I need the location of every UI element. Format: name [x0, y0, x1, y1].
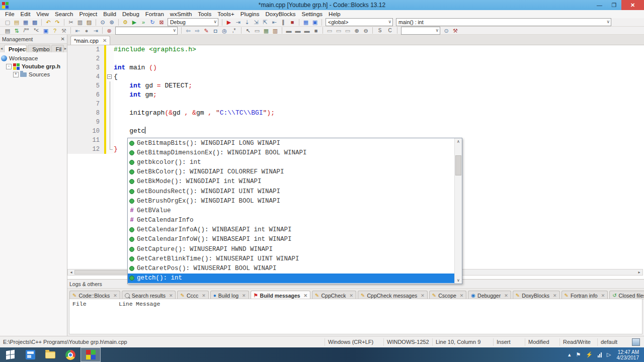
autocomplete-item-getbkmode[interactable]: GetBkMode(): WINGDIAPI int WINAPI	[128, 177, 454, 187]
chevron-down-icon[interactable]: ∨	[213, 19, 217, 24]
close-icon[interactable]: ✕	[304, 293, 308, 298]
wxsmith-book-button[interactable]: ▥	[271, 27, 279, 34]
action-center-icon[interactable]: ⚑	[576, 351, 581, 358]
autocomplete-item-getch[interactable]: getch(): int	[128, 274, 454, 283]
autocomplete-item-getcalendarinfow[interactable]: GetCalendarInfoW(): WINBASEAPI int WINAP…	[128, 235, 454, 244]
chevron-down-icon[interactable]: ∨	[435, 28, 439, 33]
code-line[interactable]: 4−{	[67, 72, 644, 81]
autocomplete-item-getcaretpos[interactable]: GetCaretPos(): WINUSERAPI BOOL WINAPI	[128, 263, 454, 273]
code-line[interactable]: 7	[67, 100, 644, 109]
chevron-down-icon[interactable]: ∨	[606, 19, 610, 24]
wxsmith-frame-button[interactable]: ▭	[253, 27, 261, 34]
cut-button[interactable]: ✂	[67, 19, 75, 26]
autocomplete-item-getcaretblinktime[interactable]: GetCaretBlinkTime(): WINUSERAPI UINT WIN…	[128, 254, 454, 263]
autocomplete-item-getbitmapbits[interactable]: GetBitmapBits(): WINGDIAPI LONG WINAPI	[128, 138, 454, 148]
debugging-windows-button[interactable]: ▦	[302, 19, 310, 26]
stream-comment-button[interactable]: ▭	[344, 27, 352, 34]
toolbar-button-c[interactable]: C	[386, 27, 394, 34]
autocomplete-scrollbar[interactable]: ∧ ∨	[454, 138, 462, 284]
close-icon[interactable]: ✕	[113, 293, 117, 298]
abort-build-button[interactable]: ⊠	[157, 19, 166, 26]
hscroll-left-icon[interactable]: ◂	[68, 270, 74, 275]
wxsmith-image-button[interactable]: ▦	[262, 27, 270, 34]
menu-item-wxsmith[interactable]: wxSmith	[167, 11, 195, 17]
code-statistics-button[interactable]: ▤	[4, 27, 12, 34]
incremental-search-input[interactable]: ∨	[115, 27, 178, 35]
close-icon[interactable]: ✕	[460, 293, 464, 298]
library-settings-button[interactable]: ◘	[211, 27, 219, 34]
code-line[interactable]: 5 int gd = DETECT;	[67, 81, 644, 90]
build-target-select[interactable]: Debug∨	[168, 18, 218, 26]
close-icon[interactable]: ✕	[504, 293, 508, 298]
jump-point-button[interactable]: ●	[83, 27, 91, 34]
replace-button[interactable]: ⊛	[108, 19, 116, 26]
close-icon[interactable]: ✕	[202, 293, 206, 298]
code-line[interactable]: 8 initgraph(&gd , &gm , "C:\\TC\\BGI");	[67, 109, 644, 118]
debug-info-button[interactable]: ▣	[311, 19, 319, 26]
code-line[interactable]: 9	[67, 118, 644, 127]
network-icon[interactable]	[598, 352, 602, 357]
menu-item-fortran[interactable]: Fortran	[142, 11, 167, 17]
nav-forward-button[interactable]: ⇨	[193, 27, 201, 34]
tree-expander-icon[interactable]: +	[13, 72, 19, 77]
menu-item-help[interactable]: Help	[326, 11, 344, 17]
code-line[interactable]: 1#include <graphics.h>	[67, 45, 644, 54]
code-line[interactable]: 2	[67, 54, 644, 63]
menu-item-doxyblocks[interactable]: DoxyBlocks	[262, 11, 298, 17]
build-button[interactable]: ⚙	[121, 19, 129, 26]
save-all-button[interactable]: ▩	[31, 19, 39, 26]
toolbar-button-s[interactable]: S	[376, 27, 384, 34]
hidden-icons-icon[interactable]: ▴	[568, 351, 571, 358]
hscroll-right-icon[interactable]: ▸	[636, 270, 642, 275]
autocomplete-item-getboundsrect[interactable]: GetBoundsRect(): WINGDIAPI UINT WINAPI	[128, 187, 454, 196]
code-line[interactable]: 3int main ()	[67, 63, 644, 72]
restore-button[interactable]: ❐	[607, 0, 621, 10]
align-right-button[interactable]: ▬	[303, 27, 311, 34]
management-close-icon[interactable]: ✕	[61, 36, 65, 42]
code-line[interactable]: 6 int gm;	[67, 90, 644, 100]
autocomplete-item-getbkcolor[interactable]: getbkcolor(): int	[128, 157, 454, 167]
tree-item-sources[interactable]: +Sources	[0, 70, 67, 78]
menu-item-debug[interactable]: Debug	[119, 11, 142, 17]
taskbar-app-metro[interactable]	[20, 347, 40, 362]
new-file-button[interactable]: ▢	[4, 19, 12, 26]
scroll-up-icon[interactable]: ∧	[457, 138, 460, 145]
build-and-run-button[interactable]: »	[139, 19, 147, 26]
symbol-browser-button[interactable]: ◎	[220, 27, 228, 34]
step-out-button[interactable]: ⇱	[261, 19, 269, 26]
help-button[interactable]: ?	[51, 27, 59, 34]
tabs-scroll-right-icon[interactable]: ▸	[64, 46, 67, 51]
taskbar-clock[interactable]: 12:47 AM4/23/2017	[617, 349, 639, 360]
menu-item-search[interactable]: Search	[52, 11, 76, 17]
close-icon[interactable]: ✕	[350, 293, 354, 298]
jump-forward-button[interactable]: ⇥	[92, 27, 100, 34]
close-icon[interactable]: ✕	[242, 293, 246, 298]
run-to-cursor-button[interactable]: ⇥	[234, 19, 242, 26]
start-button[interactable]	[0, 347, 20, 362]
incsearch-clear-button[interactable]: ⊗	[105, 27, 113, 34]
menu-item-project[interactable]: Project	[76, 11, 101, 17]
thread-search-options-button[interactable]: ⚒	[451, 27, 459, 34]
open-file-button[interactable]: ▤	[13, 19, 21, 26]
menu-item-build[interactable]: Build	[100, 11, 119, 17]
rebuild-button[interactable]: ↻	[148, 19, 156, 26]
volume-icon[interactable]: ◁	[607, 351, 611, 358]
menu-item-tools[interactable]: Tools+	[214, 11, 237, 17]
close-icon[interactable]: ✕	[169, 293, 173, 298]
editor-tab-main-cpp[interactable]: *main.cpp ✕	[70, 36, 110, 45]
autocomplete-item-getcapture[interactable]: GetCapture(): WINUSERAPI HWND WINAPI	[128, 244, 454, 254]
align-center-button[interactable]: ▬	[294, 27, 302, 34]
configure-tools-button[interactable]: ⚒	[60, 27, 68, 34]
align-left-button[interactable]: ▬	[285, 27, 293, 34]
close-icon[interactable]: ✕	[553, 293, 557, 298]
autocomplete-item-getbvalue[interactable]: #GetBValue	[128, 206, 454, 215]
redo-button[interactable]: ↷	[53, 19, 61, 26]
menu-item-settings[interactable]: Settings	[299, 11, 326, 17]
minimize-button[interactable]: —	[592, 0, 607, 10]
source-exporter-button[interactable]: ⇅	[13, 27, 21, 34]
autocomplete-item-getbrushorgex[interactable]: GetBrushOrgEx(): WINGDIAPI BOOL WINAPI	[128, 196, 454, 206]
thread-search-run-button[interactable]: ⊙	[442, 27, 450, 34]
step-into-button[interactable]: ⇲	[252, 19, 260, 26]
autocomplete-item-getbitmapdimensionex[interactable]: GetBitmapDimensionEx(): WINGDIAPI BOOL W…	[128, 148, 454, 157]
thread-search-input[interactable]: ∨	[401, 27, 440, 35]
